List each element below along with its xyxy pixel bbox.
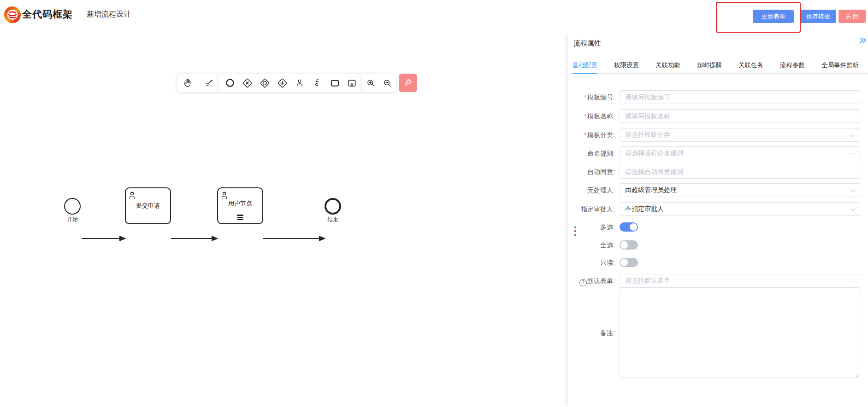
- start-event-icon[interactable]: [222, 74, 238, 92]
- inclusive-gateway-icon[interactable]: [257, 74, 273, 92]
- user-task-corner-icon: [128, 190, 136, 202]
- form-row-no-handler: 无处理人: 由超级管理员处理: [572, 183, 860, 197]
- parallel-gateway-icon[interactable]: [275, 74, 290, 92]
- form-row-template-category: *模板分类: 请选择模板分类: [572, 128, 860, 142]
- remark-textarea[interactable]: [620, 288, 860, 378]
- toolbar-shapes-group: [218, 74, 364, 92]
- tab-global-event-listener[interactable]: 全局事件监听: [821, 57, 859, 74]
- default-form-picker[interactable]: 请选择默认表单: [620, 274, 860, 288]
- workflow-designer-app: 全代码框架 新增流程设计 更新表单 保存模板 关 闭: [0, 0, 868, 407]
- field-label: 无处理人:: [572, 183, 620, 197]
- field-label: 备注:: [572, 326, 620, 340]
- exclusive-gateway-icon[interactable]: [240, 74, 255, 92]
- global-connect-tool-icon[interactable]: [201, 74, 217, 92]
- start-event-label: 开始: [54, 215, 91, 223]
- form-row-auto-agree: 自动同意:: [572, 165, 860, 179]
- tab-related-task[interactable]: 关联任务: [738, 57, 763, 74]
- question-circle-icon: ?: [579, 279, 587, 286]
- naming-rule-picker[interactable]: 请选择流程命名规则: [620, 146, 860, 160]
- task-node-submit[interactable]: 提交申请: [125, 187, 171, 224]
- field-label: 多选:: [572, 222, 620, 233]
- select-all-toggle[interactable]: [620, 240, 638, 250]
- field-label: *模板名称:: [572, 109, 620, 123]
- read-only-toggle[interactable]: [620, 258, 638, 267]
- header-bar: 全代码框架 新增流程设计 更新表单 保存模板 关 闭: [0, 0, 868, 32]
- clear-brush-icon: [403, 77, 413, 88]
- tab-timeout-reminder[interactable]: 超时提醒: [697, 57, 722, 74]
- script-task-icon[interactable]: [309, 74, 325, 92]
- form-row-remark: 备注:: [572, 288, 860, 378]
- task-icon[interactable]: [327, 74, 342, 92]
- start-event-node[interactable]: [64, 198, 81, 215]
- toolbar-zoom-group: [362, 74, 396, 92]
- ellipsis-icon: ···: [849, 146, 856, 160]
- field-label: 自动同意:: [572, 165, 620, 179]
- task-node-user[interactable]: 用户节点: [217, 187, 263, 224]
- field-label: 命名规则:: [572, 146, 620, 160]
- field-label: ?默认表单:: [567, 274, 620, 288]
- hand-tool-icon[interactable]: [180, 74, 195, 92]
- page-title: 新增流程设计: [87, 10, 131, 19]
- brand-name: 全代码框架: [22, 8, 73, 21]
- field-label: *模板编号:: [572, 90, 620, 104]
- end-event-label: 结束: [314, 216, 351, 224]
- task-label: 提交申请: [136, 202, 160, 210]
- form-row-assigned-approver: 指定审批人: 不指定审批人: [572, 202, 860, 216]
- brand-logo-icon: [4, 6, 21, 23]
- panel-title: 流程属性: [573, 39, 601, 48]
- save-template-button[interactable]: 保存模板: [800, 10, 836, 23]
- template-name-input[interactable]: [620, 109, 860, 123]
- toolbar-tools-group: [177, 74, 220, 92]
- tab-related-function[interactable]: 关联功能: [655, 57, 680, 74]
- zoom-out-icon[interactable]: [379, 74, 395, 92]
- form-row-multi-select: 多选:: [572, 222, 860, 233]
- multi-instance-marker-icon: [237, 215, 243, 221]
- form-row-template-code: *模板编号:: [572, 90, 860, 104]
- close-button[interactable]: 关 闭: [838, 10, 866, 23]
- tab-process-params[interactable]: 流程参数: [780, 57, 805, 74]
- end-event-node[interactable]: [325, 198, 341, 215]
- task-label: 用户节点: [228, 199, 252, 208]
- field-label: 只读:: [572, 257, 620, 268]
- multi-select-toggle[interactable]: [620, 222, 638, 232]
- form-row-default-form: ?默认表单: 请选择默认表单 ···: [572, 274, 860, 288]
- panel-tabs: 基础配置 权限设置 关联功能 超时提醒 关联任务 流程参数 全局事件监听: [568, 57, 868, 74]
- auto-agree-input[interactable]: [620, 165, 860, 179]
- tab-basic-config[interactable]: 基础配置: [573, 57, 597, 74]
- template-category-select[interactable]: 请选择模板分类: [620, 128, 860, 142]
- update-form-button[interactable]: 更新表单: [753, 10, 794, 23]
- zoom-in-icon[interactable]: [363, 74, 378, 92]
- user-task-corner-icon: [220, 190, 229, 202]
- form-row-read-only: 只读:: [572, 257, 860, 268]
- field-label: 指定审批人:: [572, 202, 620, 216]
- bpmn-canvas[interactable]: 开始 提交申请 用户节点 结束: [0, 32, 568, 407]
- form-row-select-all: 全选:: [572, 240, 860, 251]
- form-row-template-name: *模板名称:: [572, 109, 860, 123]
- clear-canvas-button[interactable]: [399, 74, 417, 92]
- template-code-input[interactable]: [620, 90, 860, 104]
- subprocess-icon[interactable]: [344, 74, 360, 92]
- tab-permission[interactable]: 权限设置: [614, 57, 639, 74]
- field-label: 全选:: [572, 240, 620, 251]
- ellipsis-icon: ···: [849, 274, 856, 288]
- panel-splitter-handle[interactable]: [574, 227, 576, 238]
- form-row-naming-rule: 命名规则: 请选择流程命名规则 ···: [572, 146, 860, 160]
- process-properties-panel: 流程属性 基础配置 权限设置 关联功能 超时提醒 关联任务 流程参数 全局事件监…: [568, 32, 868, 407]
- collapse-panel-icon[interactable]: [859, 37, 867, 46]
- user-task-icon[interactable]: [292, 74, 307, 92]
- assigned-approver-select[interactable]: 不指定审批人: [620, 202, 860, 216]
- no-handler-select[interactable]: 由超级管理员处理: [620, 183, 860, 197]
- field-label: *模板分类:: [572, 128, 620, 142]
